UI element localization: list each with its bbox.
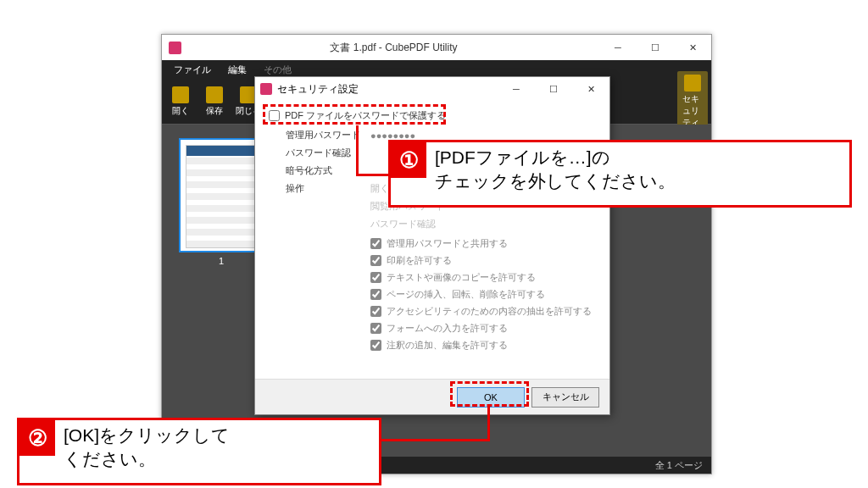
callout-num-1: ①: [391, 142, 426, 178]
ok-button[interactable]: OK: [457, 387, 525, 408]
dialog-title: セキュリティ設定: [277, 82, 498, 97]
maximize-button[interactable]: ☐: [637, 35, 674, 60]
perm-item[interactable]: 注釈の追加、編集を許可する: [370, 339, 596, 352]
protect-checkbox[interactable]: [269, 110, 280, 121]
callout-text-2: [OK]をクリックして ください。: [55, 420, 238, 475]
callout-text-1: [PDFファイルを…]の チェックを外してください。: [426, 142, 684, 197]
minimize-button[interactable]: ─: [599, 35, 637, 60]
connector-line-1h: [356, 174, 390, 176]
key-icon: [684, 75, 701, 92]
window-controls: ─ ☐ ✕: [599, 35, 711, 60]
protect-checkbox-row[interactable]: PDF ファイルをパスワードで保護する: [269, 109, 596, 122]
page-count: 全 1 ページ: [655, 459, 703, 472]
label-pw-confirm: パスワード確認: [286, 147, 362, 159]
cancel-button[interactable]: キャンセル: [531, 387, 599, 408]
connector-line-2h: [381, 439, 490, 441]
thumb-number: 1: [179, 256, 264, 266]
save-button[interactable]: 保存: [199, 86, 230, 117]
menu-file[interactable]: ファイル: [165, 62, 220, 78]
dialog-titlebar: セキュリティ設定 ─ ☐ ✕: [255, 77, 609, 101]
connector-line-2v: [487, 407, 490, 441]
callout-num-2: ②: [19, 420, 55, 456]
dialog-icon: [260, 83, 272, 95]
app-title: 文書 1.pdf - CubePDF Utility: [188, 41, 599, 55]
open-button[interactable]: 開く: [165, 86, 196, 117]
menu-other[interactable]: その他: [255, 62, 300, 78]
perm-item[interactable]: フォームへの入力を許可する: [370, 322, 596, 335]
label-encryption: 暗号化方式: [286, 164, 362, 177]
admin-pw-value[interactable]: ●●●●●●●●: [370, 130, 596, 141]
protect-checkbox-label: PDF ファイルをパスワードで保護する: [285, 109, 446, 122]
label-operation: 操作: [286, 182, 362, 195]
folder-open-icon: [172, 86, 189, 103]
perm-item[interactable]: テキストや画像のコピーを許可する: [370, 271, 596, 284]
security-dialog: セキュリティ設定 ─ ☐ ✕ PDF ファイルをパスワードで保護する 管理用パス…: [254, 76, 610, 415]
perm-item[interactable]: 印刷を許可する: [370, 254, 596, 267]
label-admin-pw: 管理用パスワード: [286, 129, 362, 141]
perm-item[interactable]: 管理用パスワードと共用する: [370, 237, 596, 250]
app-icon: [169, 42, 181, 54]
callout-1: ① [PDFファイルを…]の チェックを外してください。: [388, 140, 852, 208]
perm-item[interactable]: ページの挿入、回転、削除を許可する: [370, 288, 596, 301]
app-titlebar: 文書 1.pdf - CubePDF Utility ─ ☐ ✕: [162, 35, 711, 60]
page-thumbnail[interactable]: [179, 138, 264, 252]
connector-line-1v: [356, 125, 359, 176]
dialog-close-button[interactable]: ✕: [572, 76, 609, 102]
dialog-buttons: OK キャンセル: [255, 379, 609, 414]
perm-item[interactable]: アクセシビリティのための内容の抽出を許可する: [370, 305, 596, 318]
permissions-list: 管理用パスワードと共用する 印刷を許可する テキストや画像のコピーを許可する ペ…: [269, 237, 596, 352]
callout-2: ② [OK]をクリックして ください。: [17, 418, 381, 485]
dialog-minimize-button[interactable]: ─: [498, 76, 535, 102]
security-button[interactable]: セキュリティ: [677, 71, 708, 132]
close-button[interactable]: ✕: [674, 35, 711, 60]
dialog-maximize-button[interactable]: ☐: [535, 76, 572, 102]
save-icon: [206, 86, 223, 103]
op-pw-confirm: パスワード確認: [370, 218, 596, 230]
menu-edit[interactable]: 編集: [220, 62, 255, 78]
